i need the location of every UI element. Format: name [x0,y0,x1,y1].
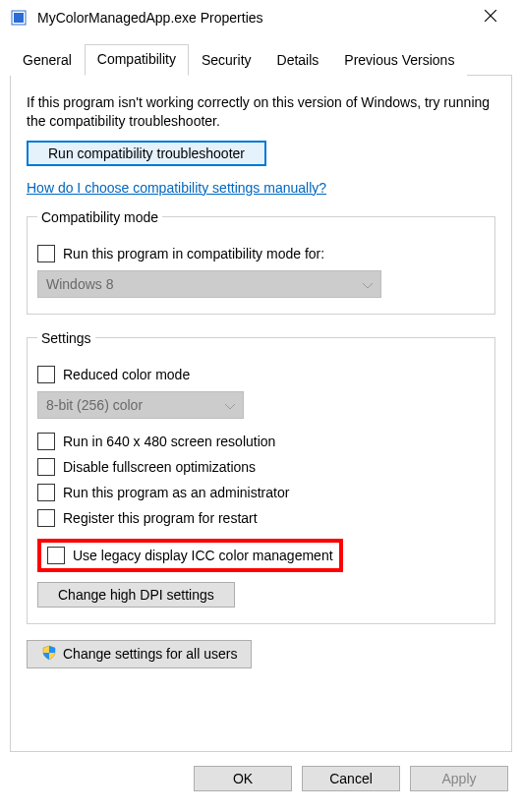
compatibility-mode-group: Compatibility mode Run this program in c… [27,209,495,315]
apply-button[interactable]: Apply [410,766,508,791]
ok-button[interactable]: OK [194,766,292,791]
change-all-users-label: Change settings for all users [63,646,237,662]
shield-icon [41,645,57,664]
app-icon [10,9,28,27]
run-admin-label: Run this program as an administrator [63,485,289,500]
chevron-down-icon [225,397,235,413]
chevron-down-icon [363,276,373,292]
tab-details[interactable]: Details [264,45,332,76]
color-depth-select[interactable]: 8-bit (256) color [37,391,244,419]
compat-mode-label: Run this program in compatibility mode f… [63,246,324,261]
settings-legend: Settings [37,330,95,346]
disable-fullscreen-checkbox[interactable] [37,458,55,476]
run-640-checkbox[interactable] [37,433,55,450]
tab-compatibility[interactable]: Compatibility [85,44,189,76]
change-dpi-button[interactable]: Change high DPI settings [37,582,235,608]
intro-text: If this program isn't working correctly … [27,93,495,131]
help-link[interactable]: How do I choose compatibility settings m… [27,180,326,196]
tab-general[interactable]: General [10,45,85,76]
highlighted-setting: Use legacy display ICC color management [37,539,343,572]
svg-rect-1 [14,13,24,23]
reduced-color-checkbox[interactable] [37,366,55,383]
color-depth-selected: 8-bit (256) color [46,397,143,413]
run-640-label: Run in 640 x 480 screen resolution [63,434,275,449]
compat-legend: Compatibility mode [37,209,162,225]
compat-mode-selected: Windows 8 [46,276,113,292]
compat-mode-checkbox[interactable] [37,245,55,262]
register-restart-checkbox[interactable] [37,509,55,527]
settings-group: Settings Reduced color mode 8-bit (256) … [27,330,495,624]
close-button[interactable] [469,9,512,27]
cancel-button[interactable]: Cancel [302,766,400,791]
disable-fullscreen-label: Disable fullscreen optimizations [63,459,256,475]
tab-strip: General Compatibility Security Details P… [10,43,512,76]
run-troubleshooter-button[interactable]: Run compatibility troubleshooter [27,141,266,166]
reduced-color-label: Reduced color mode [63,367,190,382]
compat-mode-select[interactable]: Windows 8 [37,270,381,298]
dialog-buttons: OK Cancel Apply [0,752,522,791]
legacy-icc-checkbox[interactable] [47,547,65,564]
tab-security[interactable]: Security [189,45,264,76]
tab-previous-versions[interactable]: Previous Versions [331,45,467,76]
legacy-icc-label: Use legacy display ICC color management [73,548,333,563]
register-restart-label: Register this program for restart [63,510,258,526]
window-title: MyColorManagedApp.exe Properties [37,10,469,26]
change-all-users-button[interactable]: Change settings for all users [27,640,252,668]
run-admin-checkbox[interactable] [37,484,55,501]
tab-content: If this program isn't working correctly … [10,76,512,752]
